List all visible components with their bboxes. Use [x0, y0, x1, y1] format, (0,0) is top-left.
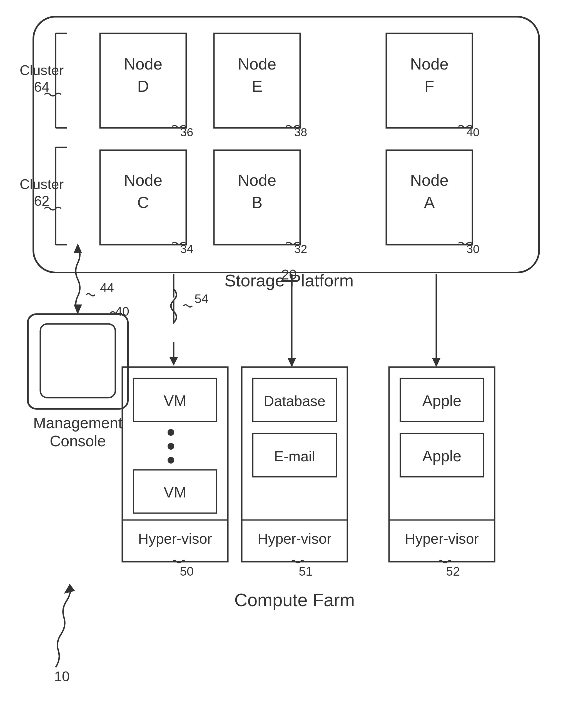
- compute-farm-label: Compute Farm: [234, 590, 355, 610]
- diagram: Storage Platform 20 Cluster 64 Node D 36…: [0, 0, 578, 728]
- storage-platform-ref: 20: [281, 267, 297, 283]
- cluster62-ref: 62: [34, 193, 50, 209]
- ref10-label: 10: [54, 669, 70, 684]
- node-a-letter: A: [424, 193, 435, 211]
- arrow-to-server50-head: [169, 357, 178, 366]
- node-a-ref: 30: [467, 242, 479, 256]
- node-b-label: Node: [238, 171, 276, 189]
- server51-hypervisor: Hyper-visor: [257, 530, 332, 547]
- mgmt-arrow-up-head: [74, 243, 82, 253]
- database-label: Database: [264, 393, 326, 409]
- node-b-ref: 32: [294, 242, 307, 256]
- node-e-letter: E: [252, 77, 263, 95]
- storage-platform-box: [33, 17, 539, 272]
- management-console-label1: Management: [33, 414, 122, 432]
- management-console-outer: [28, 314, 128, 409]
- cluster62-label: Cluster: [20, 177, 64, 192]
- cluster64-ref: 64: [34, 79, 50, 95]
- mgmt-arrow-squiggle: [76, 246, 80, 313]
- node-a-label: Node: [410, 171, 449, 189]
- ref44-label: 44: [100, 281, 114, 295]
- arrow-to-server51-head: [287, 358, 296, 367]
- ref54-label: 54: [194, 292, 209, 306]
- management-console-label2: Console: [50, 433, 106, 450]
- arrow-to-server52-head: [432, 358, 440, 367]
- node-d-letter: D: [137, 77, 149, 95]
- ref50-label: 50: [180, 564, 194, 578]
- node-e-ref: 38: [294, 126, 307, 139]
- cluster64-label: Cluster: [20, 62, 64, 78]
- node-d-ref: 36: [180, 126, 193, 139]
- vm-top-label: VM: [164, 392, 187, 409]
- mgmt-arrow-down-head: [74, 305, 82, 314]
- server52-hypervisor: Hyper-visor: [405, 530, 479, 547]
- ref10-squiggle-line: [56, 584, 70, 667]
- dots2: [168, 443, 174, 450]
- node-f-ref: 40: [467, 126, 479, 139]
- dots1: [168, 429, 174, 436]
- ref40-console: 40: [115, 304, 129, 318]
- node-f-letter: F: [424, 77, 434, 95]
- email-label: E-mail: [274, 448, 315, 464]
- node-e-label: Node: [238, 55, 276, 73]
- server50-hypervisor: Hyper-visor: [138, 530, 212, 547]
- node-c-ref: 34: [180, 242, 193, 256]
- ref44-squiggle: [86, 294, 95, 296]
- node-c-letter: C: [137, 193, 149, 211]
- node-b-letter: B: [252, 193, 263, 211]
- node-f-label: Node: [410, 55, 449, 73]
- dots3: [168, 457, 174, 464]
- ref51-label: 51: [299, 564, 313, 578]
- ref52-label: 52: [446, 564, 460, 578]
- node-c-label: Node: [124, 171, 163, 189]
- apple-bot-label: Apple: [422, 447, 462, 465]
- vm-bot-label: VM: [164, 484, 187, 501]
- ref54-squiggle: [184, 305, 192, 307]
- management-console-screen: [40, 324, 115, 398]
- node-d-label: Node: [124, 55, 163, 73]
- ref10-arrowhead: [64, 584, 75, 594]
- apple-top-label: Apple: [422, 392, 462, 409]
